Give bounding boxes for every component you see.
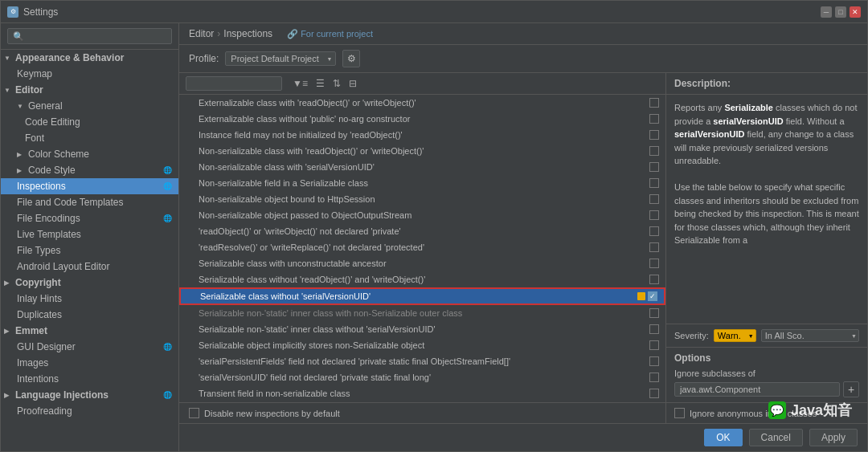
insp-item-0[interactable]: Externalizable class with 'readObject()'…: [179, 95, 665, 111]
profile-gear-button[interactable]: ⚙: [342, 50, 360, 67]
sidebar-item-inlay-hints[interactable]: Inlay Hints: [1, 291, 178, 307]
sidebar-item-android-layout[interactable]: Android Layout Editor: [1, 259, 178, 275]
ignore-subclasses-input[interactable]: [674, 382, 840, 397]
insp-checkbox-16[interactable]: [649, 356, 659, 366]
insp-item-8[interactable]: 'readObject()' or 'writeObject()' not de…: [179, 223, 665, 239]
inspection-list: Externalizable class with 'readObject()'…: [179, 95, 665, 402]
insp-item-11[interactable]: Serializable class without 'readObject()…: [179, 271, 665, 287]
insp-item-15[interactable]: Serializable object implicitly stores no…: [179, 337, 665, 353]
close-button[interactable]: ✕: [850, 6, 861, 18]
insp-item-9[interactable]: 'readResolve()' or 'writeReplace()' not …: [179, 239, 665, 255]
insp-checkbox-8[interactable]: [649, 226, 659, 236]
sidebar-item-editor[interactable]: Editor: [1, 82, 178, 98]
sidebar-item-appearance[interactable]: Appearance & Behavior: [1, 50, 178, 66]
body-area: ▼≡ ☰ ⇅ ⊟ Externalizable class with 'read…: [179, 73, 867, 423]
insp-item-6[interactable]: Non-serializable object bound to HttpSes…: [179, 191, 665, 207]
insp-checkbox-2[interactable]: [649, 130, 659, 140]
sidebar-item-inspections[interactable]: Inspections 🌐: [1, 178, 178, 194]
ignore-anon-row: Ignore anonymous inner classes: [666, 402, 867, 423]
insp-item-10[interactable]: Serializable class with unconstructable …: [179, 255, 665, 271]
insp-checkbox-13[interactable]: [649, 308, 659, 318]
expand-all-btn[interactable]: ☰: [313, 77, 327, 90]
general-expand-icon: [17, 103, 25, 110]
sidebar-item-file-encodings[interactable]: File Encodings 🌐: [1, 210, 178, 226]
maximize-button[interactable]: □: [835, 6, 846, 18]
insp-checkbox-7[interactable]: [649, 210, 659, 220]
insp-item-1[interactable]: Externalizable class without 'public' no…: [179, 111, 665, 127]
insp-item-2[interactable]: Instance field may not be initialized by…: [179, 127, 665, 143]
insp-item-text: Non-serializable object bound to HttpSes…: [199, 194, 649, 204]
collapse-all-btn[interactable]: ⇅: [330, 77, 343, 90]
sidebar-search-input[interactable]: [7, 28, 172, 44]
insp-item-17[interactable]: 'serialVersionUID' field not declared 'p…: [179, 369, 665, 385]
insp-checkbox-0[interactable]: [649, 98, 659, 108]
sidebar-search-area: [1, 23, 178, 50]
apply-button[interactable]: Apply: [809, 429, 858, 446]
insp-item-4[interactable]: Non-serializable class with 'serialVersi…: [179, 159, 665, 175]
insp-item-18[interactable]: Transient field in non-serializable clas…: [179, 385, 665, 401]
insp-checkbox-1[interactable]: [649, 114, 659, 124]
insp-item-3[interactable]: Non-serializable class with 'readObject(…: [179, 143, 665, 159]
insp-checkbox-15[interactable]: [649, 340, 659, 350]
sidebar-item-duplicates[interactable]: Duplicates: [1, 307, 178, 323]
title-bar: ⚙ Settings ─ □ ✕: [1, 1, 867, 23]
options-input-row: +: [674, 381, 859, 397]
severity-select[interactable]: Warn.: [714, 329, 756, 342]
sidebar-item-images[interactable]: Images: [1, 355, 178, 371]
sidebar-item-gui-designer[interactable]: GUI Designer 🌐: [1, 339, 178, 355]
add-subclass-button[interactable]: +: [843, 381, 859, 397]
ignore-anon-checkbox[interactable]: [674, 408, 685, 418]
sidebar: Appearance & Behavior Keymap Editor Gene…: [1, 23, 179, 451]
sidebar-item-file-types[interactable]: File Types: [1, 242, 178, 259]
insp-item-5[interactable]: Non-serializable field in a Serializable…: [179, 175, 665, 191]
sidebar-item-code-editing[interactable]: Code Editing: [1, 114, 178, 130]
sidebar-item-intentions[interactable]: Intentions: [1, 371, 178, 387]
insp-checkbox-11[interactable]: [649, 275, 659, 284]
insp-checkbox-12[interactable]: [648, 291, 657, 301]
insp-item-13[interactable]: Serializable non-'static' inner class wi…: [179, 305, 665, 321]
inspection-search-input[interactable]: [186, 76, 282, 91]
insp-item-text: Non-serializable object passed to Object…: [199, 210, 649, 220]
profile-select[interactable]: Project Default Project: [225, 51, 336, 66]
scope-select[interactable]: In All Sco.: [761, 329, 859, 342]
filter-icon-btn[interactable]: ▼≡: [290, 77, 310, 90]
ok-button[interactable]: OK: [704, 429, 742, 446]
insp-checkbox-14[interactable]: [649, 324, 659, 334]
insp-checkbox-10[interactable]: [649, 259, 659, 268]
sidebar-item-code-style[interactable]: Code Style 🌐: [1, 162, 178, 178]
insp-checkbox-18[interactable]: [649, 389, 659, 398]
sidebar-item-label: Intentions: [17, 373, 59, 385]
insp-checkbox-17[interactable]: [649, 373, 659, 382]
sidebar-item-keymap[interactable]: Keymap: [1, 66, 178, 82]
insp-checkbox-9[interactable]: [649, 242, 659, 252]
insp-item-icons: [637, 291, 657, 301]
sidebar-item-file-code-templates[interactable]: File and Code Templates: [1, 194, 178, 210]
disable-new-inspections-checkbox[interactable]: [189, 408, 199, 418]
insp-item-14[interactable]: Serializable non-'static' inner class wi…: [179, 321, 665, 337]
color-scheme-expand-icon: [17, 151, 25, 158]
inspection-panel: ▼≡ ☰ ⇅ ⊟ Externalizable class with 'read…: [179, 73, 666, 423]
insp-item-icons: [649, 194, 659, 204]
sidebar-item-lang-injections[interactable]: Language Injections 🌐: [1, 387, 178, 403]
insp-checkbox-4[interactable]: [649, 162, 659, 172]
sidebar-item-proofreading[interactable]: Proofreading: [1, 403, 178, 419]
insp-item-12-selected[interactable]: Serializable class without 'serialVersio…: [179, 287, 665, 305]
insp-checkbox-6[interactable]: [649, 194, 659, 204]
group-btn[interactable]: ⊟: [346, 77, 359, 90]
sidebar-item-color-scheme[interactable]: Color Scheme: [1, 146, 178, 162]
sidebar-item-emmet[interactable]: Emmet: [1, 323, 178, 339]
insp-item-16[interactable]: 'serialPersistentFields' field not decla…: [179, 353, 665, 369]
options-header: Options: [674, 352, 859, 364]
minimize-button[interactable]: ─: [821, 6, 832, 18]
sidebar-item-font[interactable]: Font: [1, 130, 178, 146]
insp-item-icons: [649, 210, 659, 220]
insp-checkbox-3[interactable]: [649, 146, 659, 156]
insp-item-7[interactable]: Non-serializable object passed to Object…: [179, 207, 665, 223]
insp-checkbox-5[interactable]: [649, 178, 659, 188]
sidebar-item-general[interactable]: General: [1, 98, 178, 114]
sidebar-item-live-templates[interactable]: Live Templates: [1, 226, 178, 242]
inspections-icon: 🌐: [163, 182, 172, 190]
insp-item-text: Serializable non-'static' inner class wi…: [199, 308, 649, 318]
sidebar-item-copyright[interactable]: Copyright: [1, 275, 178, 291]
cancel-button[interactable]: Cancel: [749, 429, 803, 446]
